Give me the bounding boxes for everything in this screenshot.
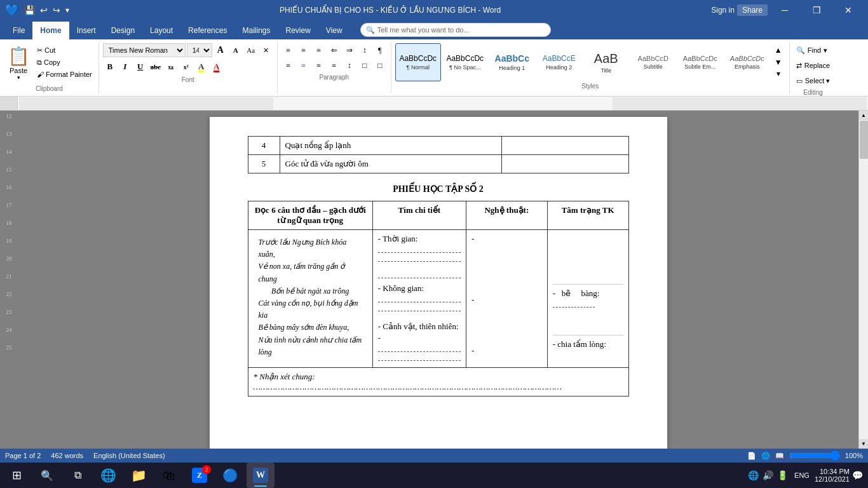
layout-web-icon[interactable]: 🌐 [761, 452, 770, 460]
replace-button[interactable]: ⇄ Replace [794, 58, 833, 72]
paste-button[interactable]: 📋 Paste ▾ [4, 43, 33, 81]
tab-layout[interactable]: Layout [142, 22, 180, 39]
word-app[interactable]: W [247, 463, 275, 488]
style-normal[interactable]: AaBbCcDc ¶ Normal [395, 43, 441, 81]
row5-extra [501, 155, 628, 173]
notification-icon[interactable]: 💬 [852, 470, 863, 481]
grow-font-button[interactable]: A [214, 43, 227, 57]
tab-home[interactable]: Home [32, 22, 69, 39]
font-color-button[interactable]: A [210, 60, 224, 74]
document-scroll[interactable]: 4 Quạt nồng ấp lạnh 5 Góc tử đã vừa ngườ… [18, 111, 858, 449]
align-left-button[interactable]: ≡ [281, 58, 295, 72]
task-view-button[interactable]: ⧉ [64, 463, 92, 488]
zalo-app[interactable]: Z 2 [186, 463, 214, 488]
tab-review[interactable]: Review [278, 22, 318, 39]
tab-view[interactable]: View [318, 22, 350, 39]
ruler-corner[interactable] [0, 97, 18, 110]
restore-button[interactable]: ❐ [802, 0, 831, 20]
sort-button[interactable]: ↕ [358, 43, 372, 57]
chrome-app[interactable]: 🔵 [216, 463, 244, 488]
tell-me-input[interactable]: 🔍 Tell me what you want to do... [360, 23, 551, 37]
minimize-button[interactable]: ─ [770, 0, 799, 20]
clear-format-button[interactable]: ✕ [259, 43, 273, 57]
style-heading1[interactable]: AaBbCc Heading 1 [489, 43, 535, 81]
tab-references[interactable]: References [180, 22, 234, 39]
network-icon[interactable]: 🌐 [748, 470, 759, 481]
scroll-down-button[interactable]: ▼ [859, 439, 869, 449]
search-button[interactable]: 🔍 [33, 463, 61, 488]
italic-button[interactable]: I [118, 60, 132, 74]
right-scrollbar[interactable]: ▲ ▼ [858, 111, 868, 449]
styles-scroll-down[interactable]: ▼ [771, 57, 785, 69]
copy-button[interactable]: ⧉ Copy [34, 57, 95, 68]
style-subtitle[interactable]: AaBbCcD Subtitle [630, 43, 676, 81]
align-right-button[interactable]: ≡ [312, 58, 326, 72]
tab-insert[interactable]: Insert [69, 22, 104, 39]
increase-indent-button[interactable]: ⇒ [342, 43, 356, 57]
styles-expand[interactable]: ▾ [771, 68, 785, 80]
edge-app[interactable]: 🌐 [94, 463, 122, 488]
nt-row3: - [471, 346, 542, 356]
explorer-app[interactable]: 📁 [125, 463, 153, 488]
case-button[interactable]: Aa [244, 43, 258, 57]
styles-scroll-up[interactable]: ▲ [771, 44, 785, 57]
align-center-button[interactable]: ≡ [297, 58, 311, 72]
superscript-button[interactable]: x² [179, 60, 193, 74]
subscript-button[interactable]: x₂ [164, 60, 178, 74]
svg-rect-1 [19, 97, 273, 110]
tt-empty2 [553, 310, 623, 336]
justify-button[interactable]: ≡ [327, 58, 341, 72]
search-taskbar-icon: 🔍 [39, 468, 55, 483]
redo-icon[interactable]: ↪ [53, 5, 60, 15]
style-no-spacing[interactable]: AaBbCcDc ¶ No Spac... [442, 43, 488, 81]
line-spacing-button[interactable]: ↕ [342, 58, 356, 72]
store-app[interactable]: 🛍 [155, 463, 183, 488]
undo-icon[interactable]: ↩ [40, 5, 48, 15]
numbering-button[interactable]: ≡ [297, 43, 311, 57]
language-indicator[interactable]: ENG [792, 471, 812, 479]
scroll-up-button[interactable]: ▲ [859, 111, 869, 120]
style-title-preview: AaB [594, 51, 618, 66]
style-subtle-em[interactable]: AaBbCcDc Subtle Em... [677, 43, 723, 81]
shading-button[interactable]: □ [358, 58, 372, 72]
show-marks-button[interactable]: ¶ [373, 43, 387, 57]
text-highlight-button[interactable]: A [194, 60, 208, 74]
bold-button[interactable]: B [103, 60, 117, 74]
styles-label: Styles [395, 81, 785, 90]
style-title-label: Title [600, 67, 611, 74]
cut-button[interactable]: ✂ Cut [34, 44, 95, 56]
save-icon[interactable]: 💾 [24, 5, 35, 15]
style-heading2[interactable]: AaBbCcE Heading 2 [536, 43, 582, 81]
layout-read-icon[interactable]: 📖 [775, 452, 784, 460]
close-button[interactable]: ✕ [834, 0, 863, 20]
layout-print-icon[interactable]: 📄 [747, 452, 756, 460]
clock[interactable]: 10:34 PM 12/10/2021 [815, 468, 850, 483]
select-button[interactable]: ▭ Select ▾ [794, 74, 833, 88]
volume-icon[interactable]: 🔊 [763, 470, 773, 481]
scroll-thumb[interactable] [860, 121, 868, 159]
find-button[interactable]: 🔍 Find ▾ [794, 43, 833, 57]
share-btn[interactable]: Share [737, 4, 768, 16]
style-title[interactable]: AaB Title [583, 43, 629, 81]
paragraph-group: ≡ ≡ ≡ ⇐ ⇒ ↕ ¶ ≡ ≡ ≡ ≡ ↕ □ □ Paragraph [278, 42, 391, 93]
signin-link[interactable]: Sign in [711, 6, 735, 15]
bullets-button[interactable]: ≡ [281, 43, 295, 57]
font-family-select[interactable]: Times New Roman [103, 43, 186, 57]
shrink-font-button[interactable]: A [229, 43, 243, 57]
tab-design[interactable]: Design [104, 22, 142, 39]
start-button[interactable]: ⊞ [3, 463, 31, 488]
decrease-indent-button[interactable]: ⇐ [327, 43, 341, 57]
underline-button[interactable]: U [133, 60, 147, 74]
style-emphasis-label: Emphasis [735, 64, 760, 70]
borders-button[interactable]: □ [373, 58, 387, 72]
font-size-select[interactable]: 14 [187, 43, 212, 57]
zoom-slider[interactable] [789, 452, 840, 459]
tab-mailings[interactable]: Mailings [234, 22, 278, 39]
format-painter-button[interactable]: 🖌 Format Painter [34, 69, 95, 80]
battery-icon[interactable]: 🔋 [777, 470, 788, 481]
style-emphasis[interactable]: AaBbCcDc Emphasis [724, 43, 770, 81]
strikethrough-button[interactable]: abc [149, 60, 163, 74]
multilevel-button[interactable]: ≡ [312, 43, 326, 57]
col3-header: Nghệ thuật: [466, 201, 547, 230]
tab-file[interactable]: File [5, 22, 32, 39]
